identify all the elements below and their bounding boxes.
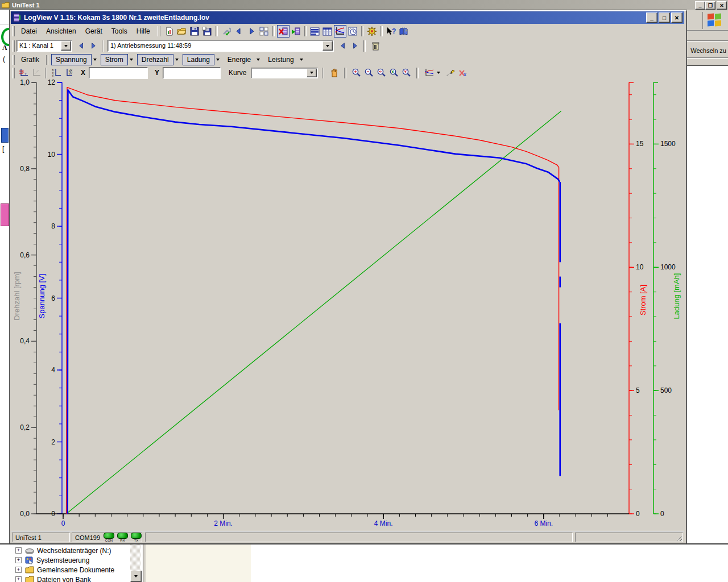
zoom-previous-button[interactable]	[375, 66, 387, 79]
tab-strom[interactable]: Strom	[101, 54, 128, 65]
channel-select[interactable]: K1 : Kanal 1	[16, 40, 72, 52]
context-help-button[interactable]: ?	[385, 25, 398, 38]
outer-window-titlebar[interactable]: UniTest 1 _ ❐ ✕	[0, 0, 728, 10]
scroll-down-button[interactable]	[130, 571, 142, 582]
view-tabs-row: Grafik Spannung Strom Drehzahl Ladung En…	[11, 53, 684, 66]
tab-strom-dropdown[interactable]	[128, 54, 135, 65]
open-folder-icon	[177, 27, 187, 36]
curve-style-dropdown[interactable]	[435, 67, 442, 78]
graph-history-button[interactable]	[346, 25, 359, 38]
device-disconnect-button[interactable]	[277, 25, 289, 38]
curve-style-button[interactable]	[423, 66, 435, 79]
table-columns-view-button[interactable]	[321, 25, 334, 38]
kurve-select[interactable]	[251, 68, 318, 78]
tab-energie[interactable]: Energie	[224, 54, 255, 65]
channel-select-arrow[interactable]	[61, 41, 71, 51]
graph-view-button[interactable]	[334, 25, 346, 38]
logview-close-button[interactable]: ✕	[671, 13, 682, 23]
save-icon	[190, 27, 199, 36]
folder-icon	[2, 2, 10, 9]
menu-ansichten[interactable]: Ansichten	[42, 26, 81, 37]
go-to-button[interactable]: Wechseln zu	[686, 45, 726, 56]
prev-channel-button[interactable]	[76, 40, 87, 52]
channel-grid-button[interactable]	[258, 25, 270, 38]
tab-grafik[interactable]: Grafik	[17, 54, 43, 65]
tab-leistung[interactable]: Leistung	[264, 54, 297, 65]
chart-plot-area[interactable]: 1,00,80,60,40,20,0Drehzahl [rpm]12108642…	[10, 79, 686, 530]
tab-ladung[interactable]: Ladung	[183, 54, 214, 65]
new-file-button[interactable]	[163, 25, 176, 38]
svg-text:6: 6	[51, 294, 55, 302]
nav-forward-button[interactable]	[245, 25, 258, 38]
background-pink-icon	[1, 203, 9, 226]
device-settings-button[interactable]	[220, 25, 233, 38]
kurve-select-arrow[interactable]	[307, 69, 317, 77]
delete-x-marker-button[interactable]: x	[457, 66, 469, 79]
menu-hilfe[interactable]: Hilfe	[132, 26, 155, 37]
save-button[interactable]	[188, 25, 201, 38]
tab-energie-dropdown[interactable]	[255, 54, 262, 65]
tab-leistung-dropdown[interactable]	[298, 54, 305, 65]
axis-values-left-button[interactable]: X:Y:Y:	[50, 66, 63, 79]
prev-measurement-button[interactable]	[337, 40, 349, 52]
logview-maximize-button[interactable]: □	[659, 13, 670, 23]
delete-measurement-button[interactable]	[369, 40, 382, 52]
measurement-select[interactable]: 1) Antriebsmessung 11:48:59	[107, 40, 334, 52]
x-value-input[interactable]	[89, 67, 148, 79]
tab-spannung-dropdown[interactable]	[92, 54, 98, 65]
measurement-select-arrow[interactable]	[322, 41, 333, 51]
help-book-button[interactable]: ?	[398, 25, 410, 38]
y-value-input[interactable]	[163, 67, 221, 79]
zoom-x-axis-icon: X	[389, 68, 399, 78]
pan-button[interactable]	[328, 66, 341, 79]
expand-icon[interactable]: +	[15, 576, 22, 582]
background-right-strip: Wechseln zu	[686, 10, 728, 543]
axis-values-right-icon: dXdY	[64, 68, 74, 77]
zoom-x-axis-button[interactable]: X	[387, 66, 400, 79]
tab-spannung[interactable]: Spannung	[51, 54, 92, 65]
tab-ladung-dropdown[interactable]	[214, 54, 221, 65]
menu-datei[interactable]: Datei	[16, 26, 42, 37]
resize-grip[interactable]	[675, 534, 682, 541]
expand-icon[interactable]: +	[15, 557, 22, 563]
background-content-area	[686, 65, 728, 544]
menu-geraet[interactable]: Gerät	[81, 26, 107, 37]
restore-button[interactable]: ❐	[705, 1, 715, 10]
logview-titlebar[interactable]: LogView V 1.15: Kokam 3s 1800 Nr.1 zweit…	[11, 11, 684, 24]
options-gear-button[interactable]	[366, 25, 378, 38]
tree-scrollbar[interactable]	[130, 544, 140, 582]
tree-item-wechseldatentraeger[interactable]: + Wechseldatenträger (N:)	[0, 546, 111, 555]
device-start-button[interactable]	[289, 25, 302, 38]
close-button[interactable]: ✕	[717, 1, 727, 10]
nav-back-button[interactable]	[233, 25, 245, 38]
logview-app-icon	[13, 13, 22, 22]
zoom-in-button[interactable]	[350, 66, 362, 79]
menu-tools[interactable]: Tools	[107, 26, 132, 37]
statusbar-extra-panel	[575, 533, 683, 542]
tree-item-gemeinsame-dokumente[interactable]: + Gemeinsame Dokumente	[0, 565, 114, 575]
tree-item-dateien-von-bank[interactable]: + Dateien von Bank	[0, 575, 91, 582]
zoom-out-button[interactable]	[362, 66, 375, 79]
tree-item-systemsteuerung[interactable]: + Systemsteuerung	[0, 555, 89, 565]
tab-drehzahl[interactable]: Drehzahl	[137, 54, 173, 65]
draw-tangent-button[interactable]	[444, 66, 457, 79]
desktop: UniTest 1 _ ❐ ✕ A ( [ Wechseln zu	[0, 0, 728, 582]
expand-icon[interactable]: +	[15, 547, 22, 554]
open-file-button[interactable]	[176, 25, 188, 38]
axis-scale-auto-button[interactable]	[30, 66, 42, 79]
logview-minimize-button[interactable]: _	[646, 13, 657, 23]
y-field-label: Y	[155, 69, 159, 77]
expand-icon[interactable]: +	[15, 567, 22, 573]
axis-values-right-button[interactable]: dXdY	[63, 66, 75, 79]
help-book-icon: ?	[399, 27, 408, 36]
background-explorer-strip: + Wechseldatenträger (N:) + Systemsteuer…	[0, 543, 728, 582]
table-rows-view-button[interactable]	[309, 25, 321, 38]
minimize-button[interactable]: _	[695, 1, 705, 10]
rx-led-icon	[117, 533, 128, 539]
axis-scale-button[interactable]: XY	[17, 66, 30, 79]
tab-drehzahl-dropdown[interactable]	[173, 54, 180, 65]
zoom-y-axis-button[interactable]: Y	[400, 66, 412, 79]
next-measurement-button[interactable]	[349, 40, 360, 52]
save-all-button[interactable]	[201, 25, 213, 38]
next-channel-button[interactable]	[87, 40, 98, 52]
